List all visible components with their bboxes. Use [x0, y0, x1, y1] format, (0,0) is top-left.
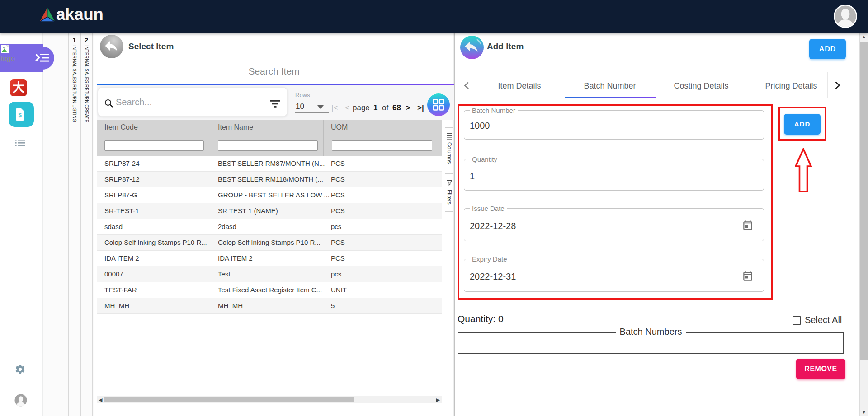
svg-text:$: $ [18, 112, 22, 118]
